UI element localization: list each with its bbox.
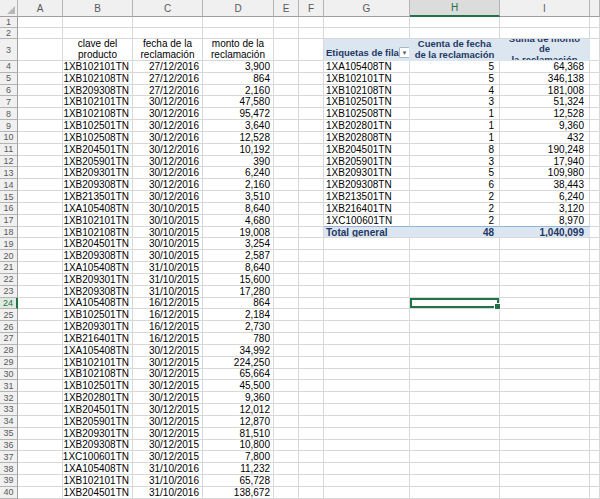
cell-b27[interactable]: 1XB216401TN	[63, 333, 133, 345]
cell-h20[interactable]	[410, 250, 500, 262]
cell-b4[interactable]: 1XB102101TN	[63, 61, 133, 73]
cell-i4[interactable]: 64,368	[500, 61, 590, 73]
cell-b30[interactable]: 1XB102108TN	[63, 369, 133, 381]
cell-a15[interactable]	[18, 191, 63, 203]
cell-f26[interactable]	[299, 321, 324, 333]
row-header-16[interactable]: 16	[0, 203, 18, 215]
cell-d29[interactable]: 224,250	[203, 357, 274, 369]
cell-f23[interactable]	[299, 286, 324, 298]
cell-g26[interactable]	[324, 321, 410, 333]
cell-b29[interactable]: 1XB102101TN	[63, 357, 133, 369]
cell-d4[interactable]: 3,900	[203, 61, 274, 73]
cell-e37[interactable]	[274, 451, 299, 463]
cell-b12[interactable]: 1XB205901TN	[63, 156, 133, 168]
cell-a6[interactable]	[18, 85, 63, 97]
row-header-17[interactable]: 17	[0, 215, 18, 227]
row-header-22[interactable]: 22	[0, 274, 18, 286]
cell-e27[interactable]	[274, 333, 299, 345]
row-header-14[interactable]: 14	[0, 179, 18, 191]
cell-a27[interactable]	[18, 333, 63, 345]
cell-c6[interactable]: 27/12/2016	[133, 85, 203, 97]
cell-f28[interactable]	[299, 345, 324, 357]
cell-i21[interactable]	[500, 262, 590, 274]
cell-a21[interactable]	[18, 262, 63, 274]
cell-a32[interactable]	[18, 392, 63, 404]
row-header-2[interactable]: 2	[0, 28, 18, 39]
cell-d20[interactable]: 2,587	[203, 250, 274, 262]
cell-f8[interactable]	[299, 108, 324, 120]
cell-g2[interactable]	[324, 28, 410, 39]
cell-a35[interactable]	[18, 428, 63, 440]
cell-f38[interactable]	[299, 463, 324, 475]
cell-a40[interactable]	[18, 487, 63, 499]
cell-h3[interactable]: Cuenta de fecha de la reclamación	[410, 39, 500, 61]
cell-b23[interactable]: 1XB209308TN	[63, 286, 133, 298]
cell-e40[interactable]	[274, 487, 299, 499]
row-header-33[interactable]: 33	[0, 404, 18, 416]
cell-a8[interactable]	[18, 108, 63, 120]
column-header-d[interactable]: D	[203, 0, 274, 17]
row-header-32[interactable]: 32	[0, 392, 18, 404]
cell-f11[interactable]	[299, 144, 324, 156]
cell-e23[interactable]	[274, 286, 299, 298]
cell-a7[interactable]	[18, 96, 63, 108]
cell-c7[interactable]: 30/12/2016	[133, 96, 203, 108]
cell-d21[interactable]: 8,640	[203, 262, 274, 274]
cell-d2[interactable]	[203, 28, 274, 39]
cell-c34[interactable]: 30/12/2015	[133, 416, 203, 428]
cell-c20[interactable]: 30/10/2015	[133, 250, 203, 262]
row-header-20[interactable]: 20	[0, 250, 18, 262]
cell-c33[interactable]: 30/12/2015	[133, 404, 203, 416]
cell-i11[interactable]: 190,248	[500, 144, 590, 156]
cell-d27[interactable]: 780	[203, 333, 274, 345]
cell-d23[interactable]: 17,280	[203, 286, 274, 298]
row-header-6[interactable]: 6	[0, 85, 18, 97]
cell-h22[interactable]	[410, 274, 500, 286]
column-header-h[interactable]: H	[410, 0, 500, 17]
cell-e18[interactable]	[274, 227, 299, 239]
cell-i40[interactable]	[500, 487, 590, 499]
cell-i2[interactable]	[500, 28, 590, 39]
cell-h12[interactable]: 3	[410, 156, 500, 168]
cell-b37[interactable]: 1XC100601TN	[63, 451, 133, 463]
cell-e31[interactable]	[274, 380, 299, 392]
cell-b19[interactable]: 1XB204501TN	[63, 238, 133, 250]
cell-e30[interactable]	[274, 369, 299, 381]
cell-h36[interactable]	[410, 440, 500, 452]
cell-e35[interactable]	[274, 428, 299, 440]
row-header-11[interactable]: 11	[0, 144, 18, 156]
cell-g35[interactable]	[324, 428, 410, 440]
cell-g34[interactable]	[324, 416, 410, 428]
cell-g31[interactable]	[324, 380, 410, 392]
cell-a9[interactable]	[18, 120, 63, 132]
cell-i31[interactable]	[500, 380, 590, 392]
cell-c36[interactable]: 30/12/2015	[133, 440, 203, 452]
cell-g14[interactable]: 1XB209308TN	[324, 179, 410, 191]
cell-b38[interactable]: 1XA105408TN	[63, 463, 133, 475]
cell-h39[interactable]	[410, 475, 500, 487]
cell-i9[interactable]: 9,360	[500, 120, 590, 132]
row-header-25[interactable]: 25	[0, 309, 18, 321]
cell-i5[interactable]: 346,138	[500, 73, 590, 85]
cell-i12[interactable]: 17,940	[500, 156, 590, 168]
cell-e7[interactable]	[274, 96, 299, 108]
cell-d28[interactable]: 34,992	[203, 345, 274, 357]
cell-c5[interactable]: 27/12/2016	[133, 73, 203, 85]
cell-f13[interactable]	[299, 167, 324, 179]
cell-h33[interactable]	[410, 404, 500, 416]
cell-b32[interactable]: 1XB202801TN	[63, 392, 133, 404]
cell-a39[interactable]	[18, 475, 63, 487]
cell-h26[interactable]	[410, 321, 500, 333]
column-header-b[interactable]: B	[63, 0, 133, 17]
cell-d5[interactable]: 864	[203, 73, 274, 85]
cell-i17[interactable]: 8,970	[500, 215, 590, 227]
cell-d18[interactable]: 19,008	[203, 227, 274, 239]
cell-d6[interactable]: 2,160	[203, 85, 274, 97]
row-header-37[interactable]: 37	[0, 451, 18, 463]
active-cell-h24[interactable]	[410, 298, 500, 310]
pivot-grand-total-label[interactable]: Total general	[324, 227, 410, 239]
cell-f2[interactable]	[299, 28, 324, 39]
cell-b36[interactable]: 1XB209308TN	[63, 440, 133, 452]
cell-g9[interactable]: 1XB202801TN	[324, 120, 410, 132]
row-header-5[interactable]: 5	[0, 73, 18, 85]
